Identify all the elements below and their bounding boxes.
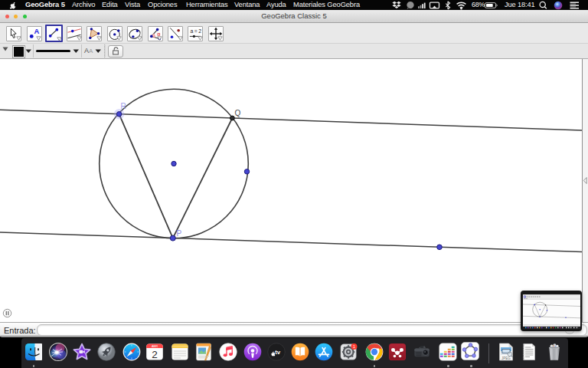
svg-text:A: A: [34, 27, 39, 35]
svg-text:tv: tv: [275, 349, 281, 356]
svg-text:a = 2: a = 2: [191, 28, 202, 34]
svg-text:P: P: [176, 229, 181, 238]
svg-text:ABR: ABR: [152, 344, 158, 348]
svg-text:R: R: [121, 102, 126, 110]
svg-text:JPEG: JPEG: [501, 356, 511, 360]
svg-text:1: 1: [353, 344, 355, 349]
svg-text:2: 2: [152, 349, 158, 360]
svg-text:Q: Q: [235, 109, 241, 117]
